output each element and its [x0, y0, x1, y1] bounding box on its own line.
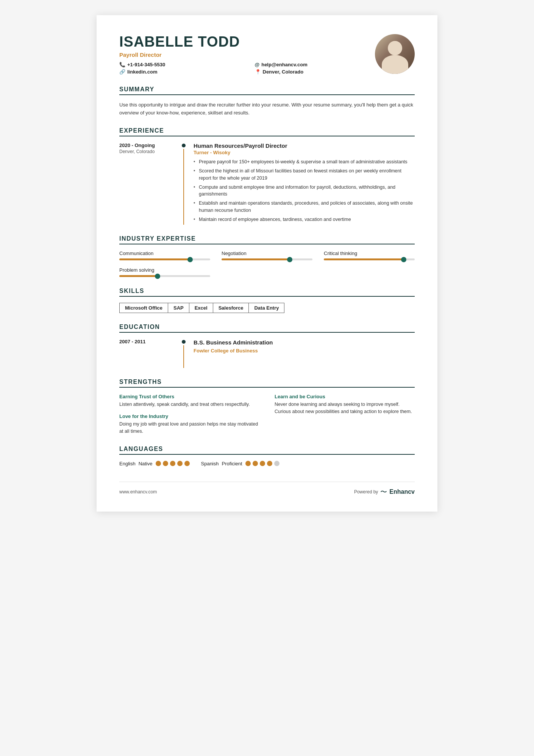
footer-url: www.enhancv.com: [119, 489, 157, 495]
language-item: SpanishProficient: [201, 461, 279, 466]
skill-bar-item: Communication: [119, 250, 210, 260]
edu-date: 2007 - 2011: [119, 339, 180, 344]
strength-title-0: Earning Trust of Others: [119, 394, 259, 399]
candidate-name: ISABELLE TODD: [119, 34, 375, 50]
edu-content: B.S. Business Administration Fowler Coll…: [187, 339, 415, 368]
skill-bar-track: [119, 258, 210, 260]
lang-dots: [245, 461, 279, 466]
edu-timeline: [180, 339, 187, 368]
lang-dot: [170, 461, 175, 466]
strength-item-0: Earning Trust of Others Listen attentive…: [119, 394, 259, 408]
languages-title: LANGUAGES: [119, 446, 415, 455]
location-contact: 📍 Denver, Colorado: [255, 69, 375, 75]
skill-bar-label: Problem solving: [119, 267, 210, 273]
skill-bar-item: Negotiation: [222, 250, 312, 260]
skill-tag: Microsoft Office: [119, 303, 168, 313]
language-item: EnglishNative: [119, 461, 190, 466]
strength-title-1: Learn and be Curious: [275, 394, 415, 399]
bullet-item: Compute and submit employee time and inf…: [194, 184, 415, 198]
strength-desc-1: Never done learning and always seeking t…: [275, 401, 415, 415]
strength-item-1: Learn and be Curious Never done learning…: [275, 394, 415, 415]
lang-dot: [245, 461, 251, 466]
strength-desc-0: Listen attentively, speak candidly, and …: [119, 401, 259, 408]
contact-grid: 📞 +1-914-345-5530 @ help@enhancv.com 🔗 l…: [119, 62, 375, 75]
skill-bar-item: Critical thinking: [324, 250, 415, 260]
skill-bar-item: Problem solving: [119, 267, 210, 277]
lang-name: English: [119, 461, 136, 466]
experience-section: EXPERIENCE 2020 - Ongoing Denver, Colora…: [119, 127, 415, 225]
skills-tags-container: Microsoft OfficeSAPExcelSalesforceData E…: [119, 303, 415, 313]
lang-dot: [156, 461, 161, 466]
skill-tag: Salesforce: [213, 303, 249, 313]
email-value: help@enhancv.com: [261, 62, 308, 67]
header-section: ISABELLE TODD Payroll Director 📞 +1-914-…: [119, 34, 415, 75]
skill-bar-track: [324, 258, 415, 260]
skills-bars-grid: CommunicationNegotiationCritical thinkin…: [119, 250, 415, 277]
location-icon: 📍: [255, 69, 261, 75]
location-value: Denver, Colorado: [263, 69, 304, 75]
skill-bar-dot: [401, 257, 406, 262]
brand-name: Enhancv: [389, 488, 415, 495]
education-title: EDUCATION: [119, 324, 415, 333]
lang-dot: [253, 461, 258, 466]
strength-col-left: Earning Trust of Others Listen attentive…: [119, 394, 259, 435]
skill-bar-track: [222, 258, 312, 260]
summary-section: SUMMARY Use this opportunity to intrigue…: [119, 86, 415, 117]
lang-dot: [184, 461, 190, 466]
skill-bar-fill: [119, 258, 190, 260]
phone-contact: 📞 +1-914-345-5530: [119, 62, 240, 67]
summary-title: SUMMARY: [119, 86, 415, 95]
lang-dot: [163, 461, 168, 466]
exp-dot: [182, 144, 186, 147]
strengths-title: STRENGTHS: [119, 379, 415, 388]
skill-bar-label: Negotiation: [222, 250, 312, 256]
skills-title: SKILLS: [119, 288, 415, 297]
exp-timeline: [180, 142, 187, 225]
header-info: ISABELLE TODD Payroll Director 📞 +1-914-…: [119, 34, 375, 75]
bullet-item: Scored the highest in all of Missouri fa…: [194, 167, 415, 182]
education-item: 2007 - 2011 B.S. Business Administration…: [119, 339, 415, 368]
experience-title: EXPERIENCE: [119, 127, 415, 136]
skill-bar-track: [119, 275, 210, 277]
strength-col-right: Learn and be Curious Never done learning…: [275, 394, 415, 435]
resume-page: ISABELLE TODD Payroll Director 📞 +1-914-…: [97, 15, 437, 512]
skill-bar-dot: [155, 274, 160, 279]
exp-content: Human Resources/Payroll Director Turner …: [187, 142, 415, 225]
skill-bar-fill: [222, 258, 290, 260]
exp-company: Turner - Wisoky: [194, 150, 415, 155]
lang-level: Proficient: [222, 461, 242, 466]
skill-tag: Excel: [189, 303, 213, 313]
lang-dot: [260, 461, 265, 466]
lang-dot: [267, 461, 272, 466]
avatar: [375, 34, 415, 74]
skill-bar-dot: [187, 257, 193, 262]
phone-icon: 📞: [119, 62, 125, 67]
edu-date-col: 2007 - 2011: [119, 339, 180, 368]
lang-name: Spanish: [201, 461, 219, 466]
email-icon: @: [255, 62, 260, 67]
footer: www.enhancv.com Powered by 〜 Enhancv: [119, 482, 415, 496]
candidate-title: Payroll Director: [119, 52, 375, 58]
strength-desc-2: Doing my job with great love and passion…: [119, 421, 259, 435]
lang-dots: [156, 461, 190, 466]
powered-by-label: Powered by: [354, 489, 378, 495]
exp-line: [183, 149, 184, 225]
strength-item-2: Love for the Industry Doing my job with …: [119, 413, 259, 435]
exp-location: Denver, Colorado: [119, 149, 180, 154]
summary-text: Use this opportunity to intrigue and dra…: [119, 101, 415, 117]
industry-expertise-section: INDUSTRY EXPERTISE CommunicationNegotiat…: [119, 235, 415, 277]
industry-expertise-title: INDUSTRY EXPERTISE: [119, 235, 415, 244]
strength-title-2: Love for the Industry: [119, 413, 259, 419]
skills-section: SKILLS Microsoft OfficeSAPExcelSalesforc…: [119, 288, 415, 313]
brand-wave-icon: 〜: [380, 487, 387, 496]
linkedin-value: linkedin.com: [127, 69, 157, 75]
exp-job-title: Human Resources/Payroll Director: [194, 142, 415, 149]
bullet-item: Establish and maintain operations standa…: [194, 200, 415, 214]
exp-date-col: 2020 - Ongoing Denver, Colorado: [119, 142, 180, 225]
footer-powered: Powered by 〜 Enhancv: [354, 487, 415, 496]
edu-school: Fowler College of Business: [194, 348, 415, 354]
email-contact: @ help@enhancv.com: [255, 62, 375, 67]
skill-tag: SAP: [168, 303, 189, 313]
skill-bar-dot: [287, 257, 292, 262]
exp-bullets: Prepare payroll for 150+ employees bi-we…: [194, 158, 415, 223]
